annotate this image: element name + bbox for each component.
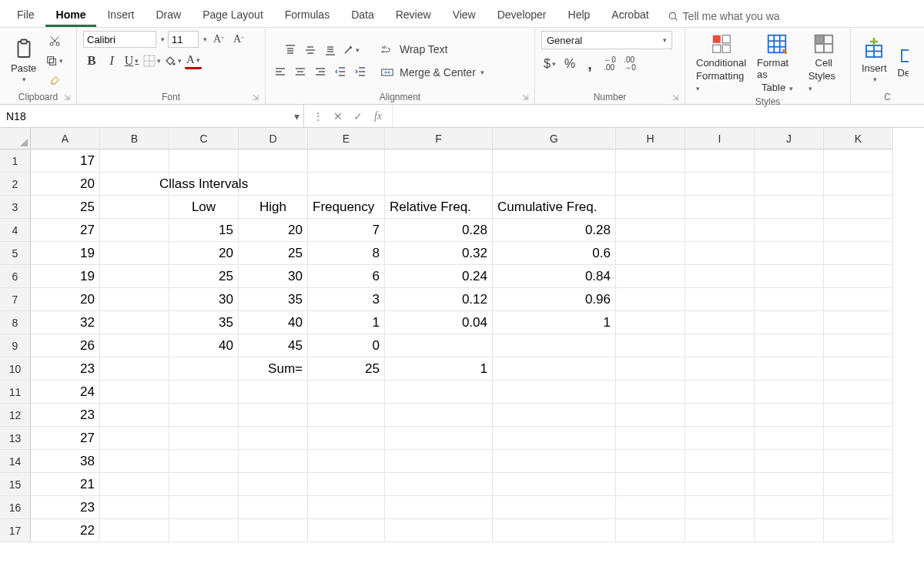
cell-E8[interactable]: 1 bbox=[308, 311, 385, 334]
dialog-launcher-icon[interactable]: ⇲ bbox=[672, 93, 678, 102]
cell-K5[interactable] bbox=[824, 242, 893, 265]
cell-E6[interactable]: 6 bbox=[308, 265, 385, 288]
cell-J15[interactable] bbox=[755, 473, 824, 496]
bold-button[interactable]: B bbox=[83, 52, 100, 69]
cell-K12[interactable] bbox=[824, 404, 893, 427]
cell-I17[interactable] bbox=[685, 519, 755, 542]
cell-D4[interactable]: 20 bbox=[239, 219, 308, 242]
cell-A11[interactable]: 24 bbox=[31, 381, 100, 404]
cell-B8[interactable] bbox=[100, 311, 169, 334]
cell-F1[interactable] bbox=[385, 149, 493, 173]
cell-E5[interactable]: 8 bbox=[308, 242, 385, 265]
align-bottom-button[interactable] bbox=[322, 42, 339, 59]
cell-J12[interactable] bbox=[755, 404, 824, 427]
cell-A14[interactable]: 38 bbox=[31, 450, 100, 473]
tab-page-layout[interactable]: Page Layout bbox=[192, 4, 274, 27]
cell-J7[interactable] bbox=[755, 288, 824, 311]
cut-button[interactable] bbox=[46, 32, 63, 49]
cancel-formula-button[interactable]: ✕ bbox=[330, 110, 346, 122]
increase-font-button[interactable]: A˄ bbox=[210, 31, 227, 48]
number-format-select[interactable]: General ▾ bbox=[541, 31, 672, 49]
cell-D7[interactable]: 35 bbox=[239, 288, 308, 311]
tab-draw[interactable]: Draw bbox=[145, 4, 192, 27]
cell-J11[interactable] bbox=[755, 381, 824, 404]
wrap-text-button[interactable]: ab Wrap Text bbox=[378, 41, 451, 58]
cell-F3[interactable]: Relative Freq. bbox=[385, 196, 493, 219]
cell-D6[interactable]: 30 bbox=[239, 265, 308, 288]
cell-H6[interactable] bbox=[616, 265, 685, 288]
row-header-14[interactable]: 14 bbox=[0, 450, 31, 473]
font-size-select[interactable] bbox=[168, 31, 199, 48]
row-header-12[interactable]: 12 bbox=[0, 404, 31, 427]
cell-E14[interactable] bbox=[308, 450, 385, 473]
underline-button[interactable]: U▾ bbox=[123, 52, 140, 69]
cells-area[interactable]: 1720Cllass Intervals25LowHighFrequencyRe… bbox=[31, 149, 924, 542]
cell-C7[interactable]: 30 bbox=[169, 288, 239, 311]
cell-C14[interactable] bbox=[169, 450, 239, 473]
cell-F13[interactable] bbox=[385, 427, 493, 450]
cell-E12[interactable] bbox=[308, 404, 385, 427]
cell-G17[interactable] bbox=[493, 519, 616, 542]
cell-A8[interactable]: 32 bbox=[31, 311, 100, 334]
cell-H1[interactable] bbox=[616, 149, 685, 173]
row-header-9[interactable]: 9 bbox=[0, 334, 31, 357]
cell-K3[interactable] bbox=[824, 196, 893, 219]
column-header-G[interactable]: G bbox=[493, 128, 616, 149]
italic-button[interactable]: I bbox=[103, 52, 120, 69]
cell-G7[interactable]: 0.96 bbox=[493, 288, 616, 311]
cell-E10[interactable]: 25 bbox=[308, 357, 385, 381]
cell-K15[interactable] bbox=[824, 473, 893, 496]
cell-F12[interactable] bbox=[385, 404, 493, 427]
tab-formulas[interactable]: Formulas bbox=[274, 4, 340, 27]
comma-format-button[interactable]: , bbox=[581, 55, 598, 72]
cell-I11[interactable] bbox=[685, 381, 755, 404]
select-all-corner[interactable] bbox=[0, 128, 31, 149]
merge-center-button[interactable]: Merge & Center▾ bbox=[378, 64, 487, 81]
cell-H14[interactable] bbox=[616, 450, 685, 473]
cell-J2[interactable] bbox=[755, 173, 824, 196]
cell-I6[interactable] bbox=[685, 265, 755, 288]
column-header-B[interactable]: B bbox=[100, 128, 169, 149]
cell-K14[interactable] bbox=[824, 450, 893, 473]
cell-D1[interactable] bbox=[239, 149, 308, 173]
column-header-H[interactable]: H bbox=[616, 128, 685, 149]
tab-file[interactable]: File bbox=[6, 4, 45, 27]
cell-I15[interactable] bbox=[685, 473, 755, 496]
cell-A16[interactable]: 23 bbox=[31, 496, 100, 519]
cell-H16[interactable] bbox=[616, 496, 685, 519]
cell-E7[interactable]: 3 bbox=[308, 288, 385, 311]
row-header-2[interactable]: 2 bbox=[0, 173, 31, 196]
copy-button[interactable]: ▾ bbox=[45, 52, 63, 69]
row-header-15[interactable]: 15 bbox=[0, 473, 31, 496]
row-header-7[interactable]: 7 bbox=[0, 288, 31, 311]
cell-G8[interactable]: 1 bbox=[493, 311, 616, 334]
cell-B4[interactable] bbox=[100, 219, 169, 242]
cell-E16[interactable] bbox=[308, 496, 385, 519]
cell-E2[interactable] bbox=[308, 173, 385, 196]
cell-E15[interactable] bbox=[308, 473, 385, 496]
cell-K10[interactable] bbox=[824, 357, 893, 381]
cell-I16[interactable] bbox=[685, 496, 755, 519]
cell-D17[interactable] bbox=[239, 519, 308, 542]
paste-button[interactable]: Paste ▾ bbox=[6, 36, 41, 85]
cell-I7[interactable] bbox=[685, 288, 755, 311]
cell-H3[interactable] bbox=[616, 196, 685, 219]
cell-J13[interactable] bbox=[755, 427, 824, 450]
cell-I8[interactable] bbox=[685, 311, 755, 334]
cell-J6[interactable] bbox=[755, 265, 824, 288]
cell-B12[interactable] bbox=[100, 404, 169, 427]
cell-J3[interactable] bbox=[755, 196, 824, 219]
borders-button[interactable]: ▾ bbox=[143, 52, 161, 69]
cell-J8[interactable] bbox=[755, 311, 824, 334]
cell-G3[interactable]: Cumulative Freq. bbox=[493, 196, 616, 219]
cell-K16[interactable] bbox=[824, 496, 893, 519]
cell-C9[interactable]: 40 bbox=[169, 334, 239, 357]
cell-G4[interactable]: 0.28 bbox=[493, 219, 616, 242]
cell-D12[interactable] bbox=[239, 404, 308, 427]
column-header-F[interactable]: F bbox=[385, 128, 493, 149]
cell-J4[interactable] bbox=[755, 219, 824, 242]
cell-C1[interactable] bbox=[169, 149, 239, 173]
decrease-decimal-button[interactable]: .00→0 bbox=[621, 55, 638, 72]
cell-E4[interactable]: 7 bbox=[308, 219, 385, 242]
cell-C5[interactable]: 20 bbox=[169, 242, 239, 265]
